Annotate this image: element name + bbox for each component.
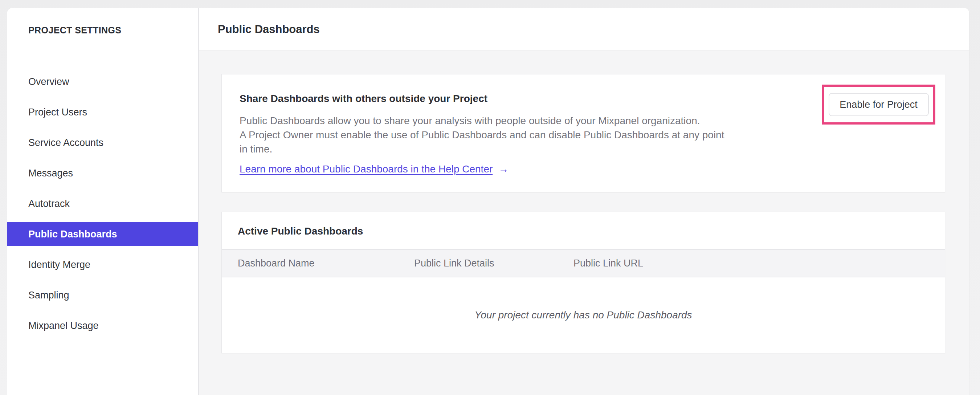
content-area: Share Dashboards with others outside you… — [199, 51, 969, 395]
sidebar-item-label: Autotrack — [28, 198, 70, 209]
sidebar-title: PROJECT SETTINGS — [28, 25, 198, 35]
main-area: Public Dashboards Share Dashboards with … — [199, 8, 969, 395]
sidebar-item-label: Service Accounts — [28, 137, 103, 148]
sidebar-item-autotrack[interactable]: Autotrack — [7, 192, 198, 216]
sidebar-item-service-accounts[interactable]: Service Accounts — [7, 131, 198, 154]
sidebar-item-label: Project Users — [28, 107, 87, 118]
sidebar-item-sampling[interactable]: Sampling — [7, 283, 198, 307]
help-center-link-label: Learn more about Public Dashboards in th… — [240, 163, 493, 175]
sidebar-item-public-dashboards[interactable]: Public Dashboards — [7, 222, 198, 246]
column-header-public-link-url: Public Link URL — [573, 258, 643, 269]
description-line: A Project Owner must enable the use of P… — [240, 128, 945, 142]
sidebar-item-label: Public Dashboards — [28, 229, 117, 240]
help-center-link[interactable]: Learn more about Public Dashboards in th… — [240, 163, 509, 175]
sidebar-item-label: Mixpanel Usage — [28, 320, 99, 331]
sidebar-item-overview[interactable]: Overview — [7, 70, 198, 94]
sidebar-item-mixpanel-usage[interactable]: Mixpanel Usage — [7, 314, 198, 338]
column-header-public-link-details: Public Link Details — [414, 258, 573, 269]
sidebar-nav: OverviewProject UsersService AccountsMes… — [7, 70, 198, 338]
column-header-dashboard-name: Dashboard Name — [238, 258, 414, 269]
sidebar-item-label: Sampling — [28, 290, 69, 301]
empty-state-message: Your project currently has no Public Das… — [222, 277, 945, 353]
arrow-right-icon: → — [498, 163, 509, 175]
sidebar-item-identity-merge[interactable]: Identity Merge — [7, 253, 198, 277]
description-line: in time. — [240, 142, 945, 156]
page-title: Public Dashboards — [218, 23, 320, 36]
table-header-row: Dashboard NamePublic Link DetailsPublic … — [222, 249, 945, 277]
share-dashboards-card: Share Dashboards with others outside you… — [221, 74, 945, 193]
sidebar-item-label: Identity Merge — [28, 259, 91, 270]
sidebar-item-messages[interactable]: Messages — [7, 161, 198, 185]
sidebar-item-label: Messages — [28, 168, 73, 178]
active-dashboards-title: Active Public Dashboards — [222, 212, 945, 237]
sidebar: PROJECT SETTINGS OverviewProject UsersSe… — [7, 8, 199, 395]
active-dashboards-card: Active Public Dashboards Dashboard NameP… — [221, 212, 945, 353]
main-header: Public Dashboards — [199, 8, 969, 51]
sidebar-item-project-users[interactable]: Project Users — [7, 100, 198, 124]
sidebar-item-label: Overview — [28, 76, 69, 87]
annotation-highlight-box: Enable for Project — [822, 84, 935, 124]
enable-for-project-button[interactable]: Enable for Project — [829, 93, 929, 116]
project-settings-panel: PROJECT SETTINGS OverviewProject UsersSe… — [7, 8, 969, 395]
